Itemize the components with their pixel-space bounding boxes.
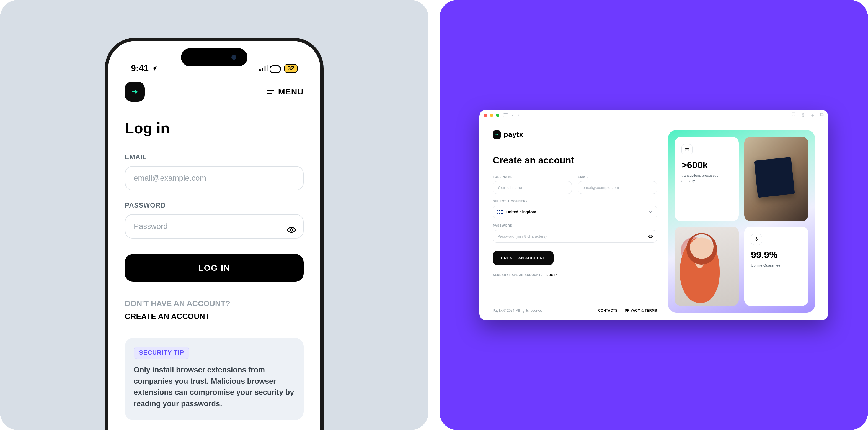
country-label: SELECT A COUNTRY — [493, 199, 657, 203]
promo-panel: >600k transactions processed annually 99… — [668, 130, 815, 313]
svg-point-0 — [290, 229, 293, 231]
new-tab-icon[interactable]: ＋ — [810, 112, 815, 119]
country-select[interactable]: United Kingdom — [493, 206, 657, 218]
browser-window: ‹ › ⛉ ⇪ ＋ ⧉ paytx — [479, 110, 828, 320]
hotspot-icon — [272, 65, 281, 71]
security-tip-card: SECURITY TIP Only install browser extens… — [125, 338, 304, 420]
signal-icon — [259, 65, 268, 71]
email-label: EMAIL — [125, 153, 304, 161]
security-tip-badge: SECURITY TIP — [134, 347, 189, 359]
uk-flag-icon — [497, 210, 503, 214]
share-icon[interactable]: ⇪ — [801, 112, 805, 119]
back-icon[interactable]: ‹ — [512, 112, 514, 118]
bolt-icon — [751, 234, 762, 245]
footer-copyright: PayTX © 2024. All rights reserved. — [493, 309, 544, 313]
desktop-show-password-icon[interactable] — [648, 234, 653, 239]
chevron-down-icon — [649, 210, 652, 214]
stat1-caption: transactions processed annually — [681, 173, 732, 184]
phone-frame: 9:41 32 MENU — [105, 38, 323, 430]
sidebar-toggle-icon[interactable] — [503, 113, 508, 117]
arrow-right-icon — [131, 88, 139, 96]
fullname-input[interactable] — [493, 181, 572, 194]
no-account-text: DON'T HAVE AN ACCOUNT? — [125, 297, 304, 310]
password-input[interactable] — [125, 214, 304, 238]
desktop-email-label: EMAIL — [578, 175, 657, 178]
footer-contacts-link[interactable]: CONTACTS — [598, 309, 618, 313]
form-title: Create an account — [493, 155, 657, 166]
email-input[interactable] — [125, 166, 304, 190]
menu-label: MENU — [278, 87, 304, 96]
app-logo[interactable] — [125, 82, 145, 102]
stat2-value: 99.9% — [751, 249, 802, 260]
stat-card-uptime: 99.9% Uptime Guarantee — [744, 227, 808, 306]
login-button[interactable]: LOG IN — [125, 254, 304, 282]
page-title: Log in — [125, 119, 304, 137]
status-time: 9:41 — [131, 63, 149, 74]
desktop-panel: ‹ › ⛉ ⇪ ＋ ⧉ paytx — [439, 0, 868, 430]
promo-image-laptop — [744, 137, 808, 221]
stat-card-transactions: >600k transactions processed annually — [675, 137, 739, 221]
brand[interactable]: paytx — [493, 130, 657, 139]
password-label: PASSWORD — [125, 201, 304, 209]
show-password-icon[interactable] — [286, 225, 297, 235]
menu-button[interactable]: MENU — [267, 87, 304, 96]
svg-rect-2 — [685, 148, 689, 151]
location-icon — [151, 65, 157, 71]
create-account-link[interactable]: CREATE AN ACCOUNT — [125, 310, 304, 323]
fullname-label: FULL NAME — [493, 175, 572, 178]
security-tip-text: Only install browser extensions from com… — [134, 364, 295, 409]
brand-name: paytx — [504, 130, 523, 139]
desktop-login-link[interactable]: LOG IN — [547, 273, 558, 277]
desktop-password-input[interactable] — [493, 230, 657, 243]
brand-logo — [493, 131, 501, 139]
svg-point-1 — [650, 236, 651, 237]
footer-privacy-link[interactable]: PRIVACY & TERMS — [625, 309, 657, 313]
desktop-password-label: PASSWORD — [493, 224, 657, 227]
country-value: United Kingdom — [506, 210, 536, 214]
desktop-email-input[interactable] — [578, 181, 657, 194]
create-account-button[interactable]: CREATE AN ACCOUNT — [493, 251, 554, 265]
battery-indicator: 32 — [284, 64, 298, 73]
already-have-text: ALREADY HAVE AN ACCOUNT? — [493, 273, 543, 277]
promo-image-person — [675, 227, 739, 306]
card-icon — [681, 144, 692, 155]
shield-icon[interactable]: ⛉ — [791, 112, 796, 119]
stat2-caption: Uptime Guarantee — [751, 263, 802, 268]
traffic-lights[interactable] — [484, 114, 499, 117]
tabs-icon[interactable]: ⧉ — [820, 112, 824, 119]
forward-icon[interactable]: › — [518, 112, 519, 118]
window-titlebar: ‹ › ⛉ ⇪ ＋ ⧉ — [479, 110, 828, 121]
stat1-value: >600k — [681, 160, 732, 170]
hamburger-icon — [267, 90, 274, 94]
phone-notch — [181, 48, 247, 66]
mobile-panel: 9:41 32 MENU — [0, 0, 429, 430]
